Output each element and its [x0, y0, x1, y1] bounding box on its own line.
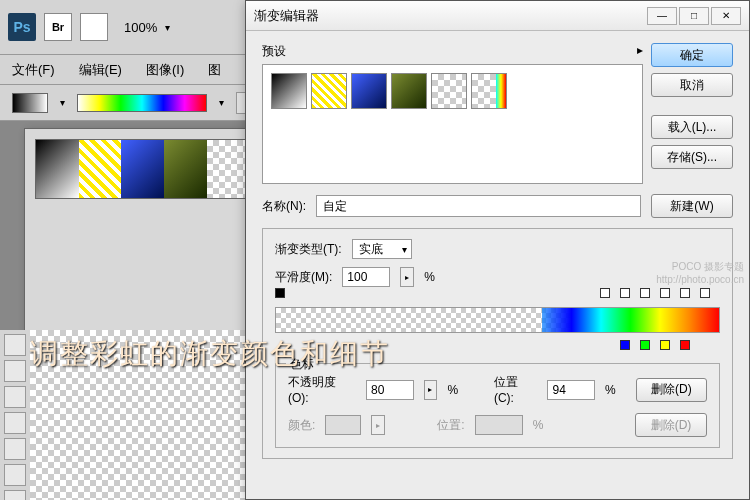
preset-grid: [262, 64, 643, 184]
position-label: 位置(C):: [494, 374, 538, 405]
delete-color-stop-button: 删除(D): [635, 413, 707, 437]
dropdown-icon[interactable]: ▾: [60, 97, 65, 108]
tool-stamp[interactable]: [4, 464, 26, 486]
save-button[interactable]: 存储(S)...: [651, 145, 733, 169]
color-label: 颜色:: [288, 417, 315, 434]
opacity-stop[interactable]: [275, 288, 285, 298]
tool-crop[interactable]: [4, 386, 26, 408]
gradient-editor-dialog: 渐变编辑器 — □ ✕ 预设▸ 确定 取消 载入(L: [245, 0, 750, 500]
watermark: POCO 摄影专题 http://photo.poco.cn: [656, 260, 744, 285]
opacity-stop[interactable]: [660, 288, 670, 298]
maximize-button[interactable]: □: [679, 7, 709, 25]
bridge-icon[interactable]: Br: [44, 13, 72, 41]
opacity-spinner[interactable]: ▸: [424, 380, 438, 400]
zoom-dropdown-icon[interactable]: ▾: [165, 22, 170, 33]
menu-file[interactable]: 文件(F): [12, 61, 55, 79]
color-stops-track[interactable]: [275, 339, 720, 353]
name-input[interactable]: [316, 195, 641, 217]
position2-input: [475, 415, 523, 435]
preset-menu-icon[interactable]: ▸: [637, 43, 643, 60]
opacity-label: 不透明度(O):: [288, 374, 356, 405]
preset-item[interactable]: [79, 140, 122, 198]
menu-image[interactable]: 图像(I): [146, 61, 184, 79]
presets-label: 预设: [262, 43, 286, 60]
preset-item[interactable]: [207, 140, 250, 198]
smoothness-input[interactable]: 100: [342, 267, 390, 287]
menu-edit[interactable]: 编辑(E): [79, 61, 122, 79]
photoshop-icon: Ps: [8, 13, 36, 41]
opacity-stop[interactable]: [700, 288, 710, 298]
tool-eyedropper[interactable]: [4, 412, 26, 434]
gradient-bar[interactable]: [275, 307, 720, 333]
ok-button[interactable]: 确定: [651, 43, 733, 67]
preset-item[interactable]: [311, 73, 347, 109]
preset-item[interactable]: [471, 73, 507, 109]
opacity-stops-track[interactable]: [275, 287, 720, 301]
tool-wand[interactable]: [4, 360, 26, 382]
name-label: 名称(N):: [262, 198, 306, 215]
opacity-stop[interactable]: [600, 288, 610, 298]
tool-gradient[interactable]: [4, 490, 26, 500]
preset-item[interactable]: [121, 140, 164, 198]
percent-label: %: [424, 270, 435, 284]
position-input[interactable]: 94: [547, 380, 595, 400]
menu-layer[interactable]: 图: [208, 61, 221, 79]
zoom-level: 100%: [124, 20, 157, 35]
dropdown-icon[interactable]: ▾: [219, 97, 224, 108]
tool-lasso[interactable]: [4, 334, 26, 356]
gradient-type-label: 渐变类型(T):: [275, 241, 342, 258]
color-stop[interactable]: [680, 340, 690, 350]
opacity-input[interactable]: 80: [366, 380, 414, 400]
preset-item[interactable]: [164, 140, 207, 198]
opacity-stop[interactable]: [640, 288, 650, 298]
color-stop[interactable]: [620, 340, 630, 350]
color-picker-button: ▸: [371, 415, 385, 435]
opacity-stop[interactable]: [620, 288, 630, 298]
tool-brush[interactable]: [4, 438, 26, 460]
preset-item[interactable]: [271, 73, 307, 109]
cancel-button[interactable]: 取消: [651, 73, 733, 97]
delete-opacity-stop-button[interactable]: 删除(D): [636, 378, 707, 402]
new-button[interactable]: 新建(W): [651, 194, 733, 218]
smoothness-spinner[interactable]: ▸: [400, 267, 414, 287]
preset-item[interactable]: [431, 73, 467, 109]
opacity-stop[interactable]: [680, 288, 690, 298]
load-button[interactable]: 载入(L)...: [651, 115, 733, 139]
stops-group-label: 色标: [286, 356, 318, 373]
gradient-selector[interactable]: [12, 93, 48, 113]
close-button[interactable]: ✕: [711, 7, 741, 25]
toolbar-icon[interactable]: [80, 13, 108, 41]
gradient-preview[interactable]: [77, 94, 207, 112]
dialog-title: 渐变编辑器: [254, 7, 319, 25]
gradient-type-select[interactable]: 实底: [352, 239, 412, 259]
smoothness-label: 平滑度(M):: [275, 269, 332, 286]
minimize-button[interactable]: —: [647, 7, 677, 25]
preset-item[interactable]: [351, 73, 387, 109]
preset-item[interactable]: [36, 140, 79, 198]
position2-label: 位置:: [437, 417, 464, 434]
preset-item[interactable]: [391, 73, 427, 109]
color-swatch: [325, 415, 361, 435]
color-stop[interactable]: [640, 340, 650, 350]
color-stop[interactable]: [660, 340, 670, 350]
